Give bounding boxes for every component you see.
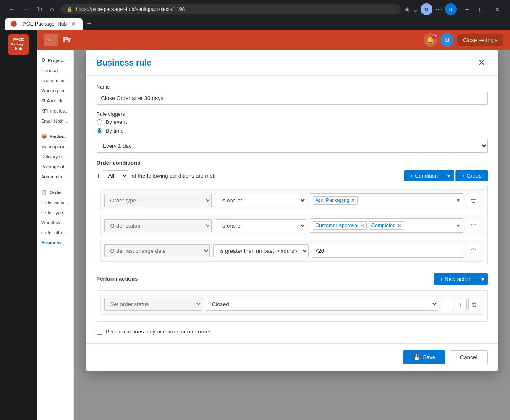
cancel-button[interactable]: Cancel xyxy=(450,350,487,364)
notification-btn[interactable]: 🔔 9+ xyxy=(424,33,437,47)
action-1-value[interactable]: Closed Open In Progress Cancelled xyxy=(206,298,438,311)
condition-2-field[interactable]: Order status xyxy=(104,219,212,232)
conditions-header: If All Any of the following conditions a… xyxy=(97,170,488,181)
sidebar-item-order-attri[interactable]: Order attri... xyxy=(37,228,73,238)
name-input[interactable] xyxy=(97,92,488,105)
condition-row-1: Order type is one of is not one of xyxy=(100,189,484,211)
sidebar-logo: PACE Packag... Hub xyxy=(8,34,29,55)
new-tab-btn[interactable]: + xyxy=(84,18,95,30)
conditions-container: Order type is one of is not one of xyxy=(97,186,488,265)
condition-1-field[interactable]: Order type xyxy=(104,194,212,207)
sidebar-item-order-artifacts[interactable]: Order artifa... xyxy=(37,197,73,207)
condition-1-operator[interactable]: is one of is not one of xyxy=(215,194,306,207)
delete-icon: 🗑 xyxy=(471,197,476,204)
name-field-group: Name xyxy=(97,84,488,105)
bing-logo: B xyxy=(445,3,457,15)
trigger-by-time[interactable]: By time xyxy=(97,128,488,134)
new-action-button[interactable]: + New action xyxy=(434,273,478,285)
forward-nav-btn[interactable]: → xyxy=(19,5,33,14)
sidebar-item-package-at[interactable]: Package at... xyxy=(37,162,73,172)
one-time-checkbox-row[interactable]: Perform actions only one time for one or… xyxy=(97,328,488,335)
sidebar-item-main-opera[interactable]: Main opera... xyxy=(37,142,73,152)
url-text: https://pace-packager-hub/settings/proje… xyxy=(76,6,185,12)
perform-actions-group: Perform actions + New action ▾ xyxy=(97,272,488,322)
maximize-btn[interactable]: ▢ xyxy=(474,5,489,14)
sidebar-item-general[interactable]: General xyxy=(37,66,73,76)
reload-btn[interactable]: ↻ xyxy=(34,5,46,14)
order-icon: 📋 xyxy=(41,189,47,195)
sidebar-item-delivery[interactable]: Delivery re... xyxy=(37,152,73,162)
by-event-label: By event xyxy=(106,119,127,125)
condition-row-2: Order status is one of is not one of xyxy=(100,215,484,236)
condition-3-delete-btn[interactable]: 🗑 xyxy=(467,244,480,257)
app-layout: PACE Packag... Hub ← Pr 🔔 9+ U Close set… xyxy=(0,30,510,420)
more-btn[interactable]: ⋯ xyxy=(435,5,442,14)
add-condition-dropdown-btn[interactable]: ▾ xyxy=(444,170,454,181)
close-window-btn[interactable]: ✕ xyxy=(489,5,505,14)
trigger-by-event[interactable]: By event xyxy=(97,119,488,125)
by-time-radio[interactable] xyxy=(97,128,102,134)
sidebar-item-automation[interactable]: Automatio... xyxy=(37,172,73,182)
sidebar-item-workflow[interactable]: Workflow xyxy=(37,218,73,228)
back-nav-btn[interactable]: ← xyxy=(5,5,18,14)
action-1-down-btn[interactable]: ↓ xyxy=(455,299,467,310)
lock-icon: 🔒 xyxy=(67,7,73,12)
action-1-type[interactable]: Set order status xyxy=(104,298,203,311)
condition-1-chip-0-remove[interactable]: ✕ xyxy=(351,198,355,203)
sidebar-item-business-rules[interactable]: Business ru... xyxy=(37,238,73,248)
gear-icon: ⚙ xyxy=(41,58,45,63)
sidebar-item-working[interactable]: Working ca... xyxy=(37,86,73,96)
condition-1-chip-0[interactable]: App Packaging ✕ xyxy=(313,196,358,205)
action-1-delete-btn[interactable]: 🗑 xyxy=(468,299,480,310)
one-time-label: Perform actions only one time for one or… xyxy=(106,328,211,335)
rule-triggers-label: Rule triggers xyxy=(97,111,488,117)
condition-3-value-input[interactable] xyxy=(315,248,460,254)
sidebar-item-kpi[interactable]: KPI metrics... xyxy=(37,106,73,116)
address-bar[interactable]: 🔒 https://pace-packager-hub/settings/pro… xyxy=(61,4,401,14)
condition-2-chip-1-remove[interactable]: ✕ xyxy=(398,223,401,228)
trigger-radio-group: By event By time xyxy=(97,119,488,134)
home-btn[interactable]: ⌂ xyxy=(47,5,58,14)
condition-2-chip-1[interactable]: Completed ✕ xyxy=(369,221,404,230)
condition-1-value-dropdown[interactable]: ▾ xyxy=(456,196,460,205)
modal-close-button[interactable]: ✕ xyxy=(476,57,488,68)
tab-close-btn[interactable]: ✕ xyxy=(70,21,77,27)
condition-3-value-container xyxy=(312,244,463,258)
add-group-button[interactable]: + Group xyxy=(455,170,487,181)
active-tab[interactable]: PACE Packager Hub ✕ xyxy=(5,18,83,30)
nav-section-package-header: 📦 Packa... xyxy=(37,131,73,142)
sidebar-item-users[interactable]: Users acce... xyxy=(37,76,73,86)
add-condition-button[interactable]: + Condition xyxy=(404,170,444,181)
new-action-dropdown-btn[interactable]: ▾ xyxy=(478,273,488,285)
condition-2-chip-0-remove[interactable]: ✕ xyxy=(360,223,364,228)
user-avatar[interactable]: U xyxy=(421,3,432,15)
top-bar-title: Pr xyxy=(63,36,71,45)
condition-2-operator[interactable]: is one of is not one of xyxy=(215,219,306,232)
close-settings-button[interactable]: Close settings xyxy=(457,34,503,46)
by-event-radio[interactable] xyxy=(97,119,102,125)
window-controls: – ▢ ✕ xyxy=(460,5,505,14)
content-area: Business rule ✕ Name xyxy=(74,50,510,420)
condition-2-chip-0[interactable]: Customer Approval ✕ xyxy=(313,221,367,230)
sidebar-item-email[interactable]: Email Notifi... xyxy=(37,116,73,126)
back-button[interactable]: ← xyxy=(44,34,58,46)
condition-2-delete-btn[interactable]: 🗑 xyxy=(467,219,480,232)
sidebar-item-sla[interactable]: SLA metric... xyxy=(37,96,73,106)
one-time-checkbox[interactable] xyxy=(97,329,102,335)
condition-1-delete-btn[interactable]: 🗑 xyxy=(467,194,480,207)
condition-3-operator[interactable]: is greater than (in past) <hours> is les… xyxy=(213,244,309,257)
frequency-select[interactable]: Every 1 day Every 1 hour Every 1 week xyxy=(97,139,488,153)
action-1-up-btn[interactable]: ↑ xyxy=(442,299,453,310)
minimize-btn[interactable]: – xyxy=(460,5,474,14)
download-btn[interactable]: ⇓ xyxy=(413,5,418,13)
bookmark-btn[interactable]: ★ xyxy=(404,5,410,13)
save-button[interactable]: 💾 Save xyxy=(403,350,445,364)
sidebar-item-order-types[interactable]: Order type... xyxy=(37,207,73,218)
user-avatar-top[interactable]: U xyxy=(440,33,454,47)
modal-title: Business rule xyxy=(97,58,152,68)
condition-3-field[interactable]: Order last change date xyxy=(104,244,210,257)
browser-chrome: ← → ↻ ⌂ 🔒 https://pace-packager-hub/sett… xyxy=(0,0,510,30)
if-label: If xyxy=(97,173,99,179)
condition-2-value-dropdown[interactable]: ▾ xyxy=(456,221,460,230)
all-any-select[interactable]: All Any xyxy=(103,170,128,181)
